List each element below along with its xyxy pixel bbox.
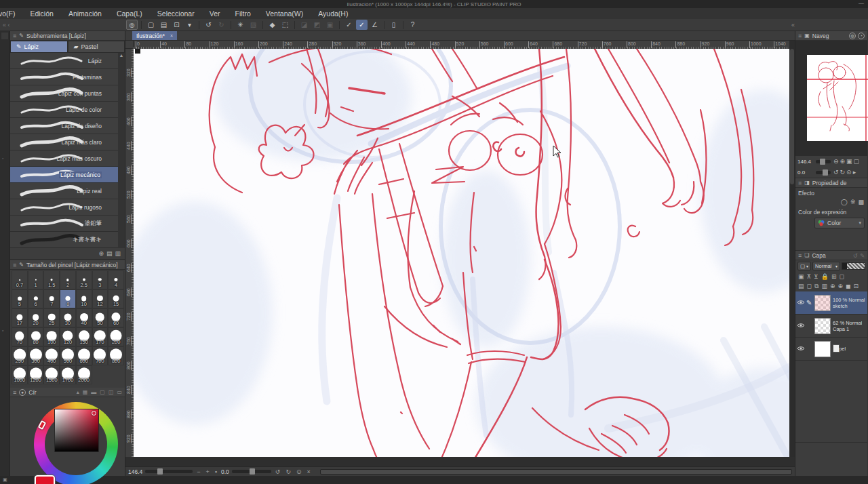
subtool-tab-pastel[interactable]: ▰Pastel — [68, 41, 125, 53]
menu-item-ayudah[interactable]: Ayuda(H) — [318, 9, 348, 18]
reset-rotation-icon[interactable]: ⊙ — [295, 468, 303, 475]
brush-size-150[interactable]: 150 — [76, 327, 92, 346]
save-more-icon[interactable]: ▾ — [184, 20, 195, 30]
tool-strip[interactable]: ◦ ▫ — [0, 31, 10, 476]
brush-size-80[interactable]: 80 — [28, 327, 44, 346]
brush-size-10[interactable]: 10 — [76, 289, 92, 308]
canvas-rotation-slider[interactable] — [232, 470, 271, 473]
brush-size-3[interactable]: 3 — [92, 270, 108, 289]
brush-size-170[interactable]: 170 — [92, 327, 108, 346]
brush-size-400[interactable]: 400 — [43, 346, 60, 365]
undo-icon[interactable]: ↺ — [203, 20, 214, 30]
help-icon[interactable]: ? — [407, 20, 418, 30]
panel-collapse-button[interactable]: « — [791, 22, 795, 28]
effect-icon-2[interactable]: ▩ — [858, 199, 864, 205]
menu-item-filtro[interactable]: Filtro — [235, 9, 250, 18]
zoom-fit-icon[interactable]: ▪ — [214, 468, 218, 475]
snap-ruler-icon[interactable]: ✓ — [343, 20, 355, 30]
toolbar-collapse-left[interactable]: « ‹ — [0, 22, 126, 28]
brush-size-1000[interactable]: 1000 — [12, 365, 28, 384]
menu-item-ventanaw[interactable]: Ventana(W) — [266, 9, 303, 18]
navigator-thumbnail[interactable] — [807, 55, 868, 141]
layer-tool-icon-1[interactable]: ⊼ — [807, 273, 812, 280]
nav-zoom-btn-0[interactable]: ⊖ — [833, 158, 840, 165]
color-panel-tab-icon-2[interactable]: ▬ — [91, 389, 96, 395]
brush-size-600[interactable]: 600 — [76, 346, 92, 365]
brush-size-25[interactable]: 25 — [43, 308, 60, 327]
vertical-scrollbar[interactable] — [789, 41, 795, 457]
rotate-ccw-icon[interactable]: ↺ — [274, 468, 282, 475]
clear-alt-icon[interactable]: ▨ — [248, 20, 259, 30]
layers-panel-header[interactable]: ≡ ❏ Capa ↺✎ — [795, 251, 867, 260]
layer-tool-icon-3[interactable]: 🔒 — [821, 273, 829, 280]
menu-item-edicin[interactable]: Edición — [30, 9, 53, 18]
brush-size-1.5[interactable]: 1.5 — [43, 270, 60, 289]
tool-strip-tab[interactable] — [1, 33, 8, 39]
color-panel-tab-icon-1[interactable]: ▦ — [83, 389, 88, 395]
layer-property-panel-header[interactable]: ≡ ◨ Propiedad de — [795, 178, 867, 188]
canvas[interactable] — [134, 49, 789, 457]
sv-cursor[interactable] — [92, 411, 96, 416]
layer-row-papel[interactable]: Papel — [795, 338, 867, 361]
delete-brush-icon[interactable]: ▥ — [115, 250, 121, 257]
brush-size-panel-header[interactable]: ≡ ✎ Tamaño del pincel [Lápiz mecánico] — [10, 260, 125, 270]
brush-item[interactable]: Lápiz de diseño — [10, 118, 125, 134]
minimize-button[interactable]: — — [859, 0, 864, 6]
panel-menu-icon[interactable]: ≡ — [13, 389, 16, 396]
import-brush-icon[interactable]: ⊕ — [98, 250, 104, 257]
layer-tool-icon-3[interactable]: ▥ — [821, 283, 827, 290]
flip-icon[interactable]: × — [305, 468, 311, 475]
nav-rotate-btn-2[interactable]: ⊙ — [846, 169, 852, 176]
layer-tool-icon-0[interactable]: ▣ — [798, 273, 804, 280]
brush-size-2[interactable]: 2 — [60, 270, 76, 289]
layer-palette-dropdown[interactable]: ▢▾ — [797, 262, 811, 270]
layer-tool-icon-2[interactable]: ⊻ — [814, 273, 818, 280]
brush-size-1500[interactable]: 1500 — [43, 365, 60, 384]
brush-size-250[interactable]: 250 — [12, 346, 28, 365]
brush-size-2000[interactable]: 2000 — [76, 365, 92, 384]
brush-size-1700[interactable]: 1700 — [60, 365, 76, 384]
brush-size-7[interactable]: 7 — [43, 289, 60, 308]
color-wheel-panel-header[interactable]: ≡ ● Cír ▴▦▬▢◫▭ — [10, 388, 125, 397]
navigator-rotation-slider[interactable] — [816, 171, 831, 174]
sel-2-icon[interactable]: ◩ — [311, 20, 323, 30]
clip-studio-logo-icon[interactable]: ◎ — [126, 20, 138, 30]
brush-size-0.7[interactable]: 0.7 — [12, 270, 28, 289]
brush-size-4[interactable]: 4 — [108, 270, 124, 289]
color-panel-tab-icon-5[interactable]: ▭ — [117, 389, 122, 395]
navigator-zoom-slider[interactable] — [816, 160, 831, 163]
snap-grid-icon[interactable]: ∠ — [369, 20, 380, 30]
layer-tool-icon-0[interactable]: ▤ — [798, 283, 804, 290]
brush-size-40[interactable]: 40 — [76, 308, 92, 327]
saturation-value-square[interactable] — [54, 409, 99, 452]
panel-menu-icon[interactable]: ≡ — [13, 33, 16, 39]
sel-1-icon[interactable]: ◪ — [298, 20, 310, 30]
color-panel-tab-icon-0[interactable]: ▴ — [77, 389, 79, 395]
layer-tool-icon-4[interactable]: ⊕ — [830, 283, 835, 290]
brush-size-300[interactable]: 300 — [28, 346, 44, 365]
canvas-zoom-slider[interactable] — [145, 470, 193, 473]
brush-size-50[interactable]: 50 — [92, 308, 108, 327]
layer-tool-icon-5[interactable]: ◻ — [839, 273, 844, 280]
brush-item[interactable]: Lápiz rugoso — [10, 199, 125, 216]
subtool-panel-header[interactable]: ≡ ✎ Subherramienta [Lápiz] — [10, 31, 125, 41]
layer-visibility-eye-icon[interactable] — [795, 300, 806, 306]
menu-item-seleccionar[interactable]: Seleccionar — [157, 9, 195, 18]
fill-icon[interactable]: ◆ — [267, 20, 278, 30]
brush-item[interactable]: Lápiz con puntas — [10, 85, 125, 102]
brush-size-700[interactable]: 700 — [92, 346, 108, 365]
brush-size-1200[interactable]: 1200 — [28, 365, 44, 384]
brush-size-17[interactable]: 17 — [12, 308, 28, 327]
nav-zoom-btn-1[interactable]: ⊕ — [840, 158, 846, 165]
menu-item-archivof[interactable]: Archivo(F) — [0, 9, 15, 18]
layer-tool-icon-2[interactable]: ⧉ — [814, 283, 818, 290]
color-panel-tab-icon-3[interactable]: ▢ — [100, 389, 105, 395]
nav-rotate-btn-1[interactable]: ↻ — [840, 169, 846, 176]
brush-item[interactable]: Lápiz mecánico — [10, 167, 125, 183]
brush-size-70[interactable]: 70 — [12, 327, 28, 346]
brush-item[interactable]: Lápiz real — [10, 183, 125, 199]
brush-item[interactable]: Lápiz más claro — [10, 134, 125, 150]
save-icon[interactable]: ⊡ — [171, 20, 182, 30]
layer-visibility-eye-icon[interactable] — [795, 346, 806, 352]
new-file-icon[interactable]: ▢ — [145, 20, 157, 30]
